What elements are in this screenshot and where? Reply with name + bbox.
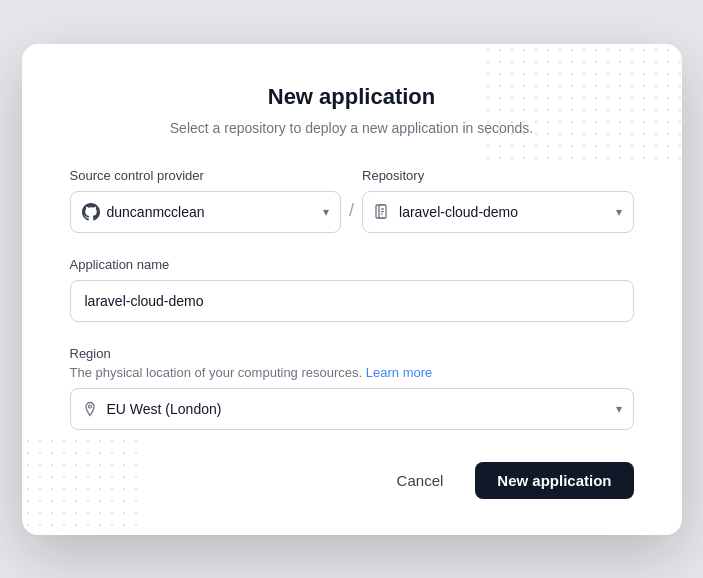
region-description: The physical location of your computing … <box>70 365 634 380</box>
region-label: Region <box>70 346 634 361</box>
app-name-group: Application name <box>70 257 634 322</box>
new-application-button[interactable]: New application <box>475 462 633 499</box>
modal-footer: Cancel New application <box>70 462 634 499</box>
region-select-wrapper[interactable]: EU West (London) ▾ <box>70 388 634 430</box>
source-repo-row: Source control provider duncanmcclean ▾ … <box>70 168 634 233</box>
modal-backdrop: New application Select a repository to d… <box>0 0 703 578</box>
learn-more-link[interactable]: Learn more <box>366 365 432 380</box>
source-control-select-wrapper[interactable]: duncanmcclean ▾ <box>70 191 342 233</box>
region-group: Region The physical location of your com… <box>70 346 634 430</box>
source-control-label: Source control provider <box>70 168 342 183</box>
source-control-select[interactable]: duncanmcclean <box>70 191 342 233</box>
repository-select[interactable]: laravel-cloud-demo <box>362 191 634 233</box>
repository-group: Repository laravel-cloud-demo <box>362 168 634 233</box>
region-select[interactable]: EU West (London) <box>70 388 634 430</box>
modal-dialog: New application Select a repository to d… <box>22 44 682 535</box>
modal-title: New application <box>70 84 634 110</box>
modal-subtitle: Select a repository to deploy a new appl… <box>70 120 634 136</box>
cancel-button[interactable]: Cancel <box>377 462 464 499</box>
source-control-group: Source control provider duncanmcclean ▾ <box>70 168 342 233</box>
app-name-input[interactable] <box>70 280 634 322</box>
repository-label: Repository <box>362 168 634 183</box>
path-separator: / <box>349 200 354 231</box>
repository-select-wrapper[interactable]: laravel-cloud-demo ▾ <box>362 191 634 233</box>
app-name-label: Application name <box>70 257 634 272</box>
